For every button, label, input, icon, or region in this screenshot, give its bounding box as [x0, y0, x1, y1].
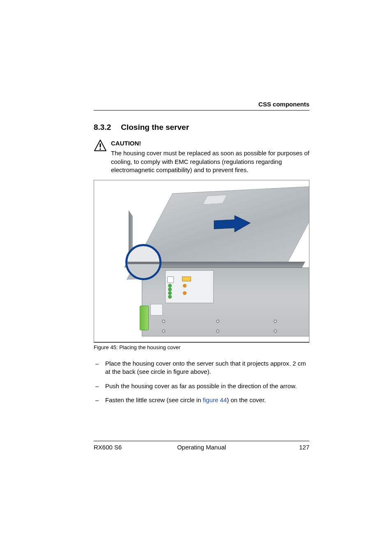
caution-text: CAUTION! The housing cover must be repla…: [111, 139, 309, 174]
screw-icon: [216, 320, 219, 323]
footer-page-number: 127: [299, 444, 309, 451]
section-heading: 8.3.2Closing the server: [94, 123, 309, 132]
screw-icon: [274, 320, 277, 323]
list-item: Fasten the little screw (see circle in f…: [94, 396, 309, 404]
psu-led-icon: [168, 284, 172, 288]
page-content: CSS components 8.3.2Closing the server C…: [94, 101, 309, 410]
caution-block: CAUTION! The housing cover must be repla…: [94, 139, 309, 174]
instruction-list: Place the housing cover onto the server …: [94, 359, 309, 404]
figure-44-link[interactable]: figure 44: [203, 396, 227, 403]
figure-caption: Figure 45: Placing the housing cover: [94, 342, 309, 350]
psu-led-icon: [183, 291, 187, 295]
psu-warning-sticker: [182, 276, 191, 281]
caution-title: CAUTION!: [111, 139, 309, 147]
psu-led-icon: [183, 284, 187, 288]
footer-model: RX600 S6: [94, 444, 122, 451]
svg-marker-3: [214, 215, 250, 233]
list-item: Push the housing cover as far as possibl…: [94, 382, 309, 390]
server-chassis-front: [142, 267, 309, 336]
screw-icon: [216, 329, 219, 333]
caution-icon: [94, 139, 107, 174]
section-number: 8.3.2: [94, 123, 111, 132]
svg-rect-1: [100, 143, 101, 147]
detail-circle-callout: [125, 244, 161, 280]
psu-led-icon: [168, 295, 172, 299]
direction-arrow-icon: [212, 213, 252, 236]
screw-icon: [162, 320, 165, 323]
caution-body: The housing cover must be replaced as so…: [111, 149, 309, 174]
list-item: Place the housing cover onto the server …: [94, 359, 309, 376]
screw-icon: [274, 329, 277, 333]
screw-icon: [162, 329, 165, 333]
running-header: CSS components: [94, 101, 309, 111]
psu-led-icon: [168, 288, 172, 291]
figure-image: [94, 180, 309, 342]
release-handle: [140, 306, 149, 330]
section-title: Closing the server: [121, 123, 189, 131]
psu-status-label: [165, 270, 214, 303]
step-text-pre: Fasten the little screw (see circle in: [105, 396, 203, 403]
svg-point-2: [99, 148, 101, 150]
chassis-sticker: [150, 304, 163, 315]
psu-led-icon: [168, 291, 172, 295]
page-footer: RX600 S6 Operating Manual 127: [94, 441, 309, 451]
step-text-post: ) on the cover.: [227, 396, 266, 403]
footer-doc-title: Operating Manual: [94, 444, 309, 451]
